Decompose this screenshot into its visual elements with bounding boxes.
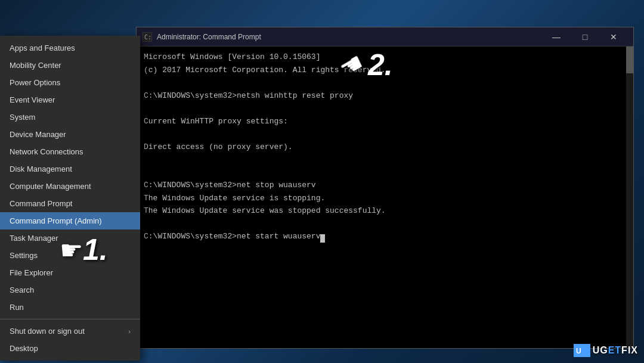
cmd-line-2: (c) 2017 Microsoft Corporation. All righ… <box>144 64 626 76</box>
cmd-controls: — □ ✕ <box>543 28 627 46</box>
menu-item-network-connections[interactable]: Network Connections <box>0 143 140 160</box>
watermark-icon: U <box>574 344 590 357</box>
menu-divider <box>0 319 140 319</box>
svg-text:U: U <box>576 347 581 355</box>
menu-item-search[interactable]: Search <box>0 281 140 299</box>
menu-item-command-prompt[interactable]: Command Prompt <box>0 195 140 212</box>
cmd-content[interactable]: Microsoft Windows [Version 10.0.15063] (… <box>137 46 633 348</box>
menu-item-run[interactable]: Run <box>0 299 140 316</box>
menu-item-command-prompt-admin[interactable]: Command Prompt (Admin) <box>0 212 140 229</box>
menu-item-shutdown-signout[interactable]: Shut down or sign out › <box>0 322 140 340</box>
cmd-window: C: Administrator: Command Prompt — □ ✕ M… <box>136 27 634 349</box>
cmd-titlebar: C: Administrator: Command Prompt — □ ✕ <box>137 27 633 46</box>
cmd-line-13: The Windows Update service was stopped s… <box>144 205 626 217</box>
menu-item-apps-features[interactable]: Apps and Features <box>0 39 140 57</box>
cmd-app-icon: C: <box>143 32 152 42</box>
cmd-title-text: Administrator: Command Prompt <box>157 33 261 41</box>
menu-item-mobility-center[interactable]: Mobility Center <box>0 57 140 74</box>
cmd-line-7 <box>144 128 626 140</box>
submenu-arrow: › <box>128 328 131 335</box>
close-button[interactable]: ✕ <box>600 28 627 46</box>
context-menu: Apps and Features Mobility Center Power … <box>0 36 140 361</box>
cmd-line-3 <box>144 77 626 89</box>
menu-item-desktop[interactable]: Desktop <box>0 340 140 357</box>
watermark-text: UGETFIX <box>593 345 638 356</box>
minimize-button[interactable]: — <box>543 28 570 46</box>
menu-item-file-explorer[interactable]: File Explorer <box>0 264 140 281</box>
cmd-line-12: The Windows Update service is stopping. <box>144 193 626 204</box>
cmd-line-15: C:\WINDOWS\system32>net start wuauserv <box>144 231 626 243</box>
cmd-line-5 <box>144 103 626 114</box>
cmd-line-10 <box>144 167 626 179</box>
scrollbar-thumb[interactable] <box>626 46 633 73</box>
watermark-accent: ET <box>608 345 621 355</box>
cmd-line-1: Microsoft Windows [Version 10.0.15063] <box>144 51 626 63</box>
cmd-line-9 <box>144 154 626 166</box>
scrollbar[interactable] <box>626 46 633 348</box>
menu-item-settings[interactable]: Settings <box>0 247 140 264</box>
cmd-title-left: C: Administrator: Command Prompt <box>143 32 261 42</box>
cmd-line-4: C:\WINDOWS\system32>netsh winhttp reset … <box>144 90 626 102</box>
menu-item-power-options[interactable]: Power Options <box>0 74 140 91</box>
watermark: U UGETFIX <box>574 344 638 357</box>
menu-item-disk-management[interactable]: Disk Management <box>0 160 140 178</box>
cmd-cursor <box>320 234 325 243</box>
menu-item-computer-management[interactable]: Computer Management <box>0 178 140 195</box>
svg-text:C:: C: <box>144 34 151 41</box>
cmd-line-11: C:\WINDOWS\system32>net stop wuauserv <box>144 179 626 191</box>
menu-item-device-manager[interactable]: Device Manager <box>0 126 140 143</box>
cmd-line-8: Direct access (no proxy server). <box>144 141 626 153</box>
menu-item-event-viewer[interactable]: Event Viewer <box>0 91 140 108</box>
menu-item-task-manager[interactable]: Task Manager <box>0 229 140 247</box>
cmd-line-6: Current WinHTTP proxy settings: <box>144 116 626 128</box>
maximize-button[interactable]: □ <box>571 28 599 46</box>
cmd-line-14 <box>144 218 626 230</box>
menu-item-system[interactable]: System <box>0 108 140 126</box>
